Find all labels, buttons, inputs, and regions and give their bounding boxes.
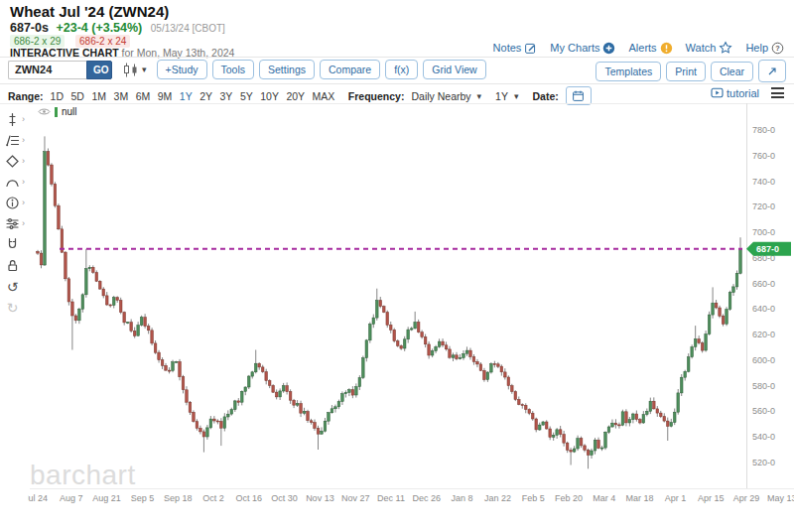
candle	[628, 417, 631, 427]
candle	[486, 371, 489, 382]
alerts-link[interactable]: Alerts	[628, 42, 672, 55]
candle	[514, 390, 517, 401]
candle	[289, 389, 292, 404]
candle	[653, 397, 656, 409]
candle	[202, 430, 205, 453]
candle	[396, 339, 399, 347]
frequency-label: Frequency:	[348, 90, 405, 102]
candle	[500, 364, 503, 375]
toolbar-button-print[interactable]: Print	[666, 62, 706, 81]
range-option-3y[interactable]: 3Y	[220, 90, 233, 102]
range-option-5y[interactable]: 5Y	[240, 90, 253, 102]
candle	[673, 409, 676, 426]
last-price-tag: 687-0	[746, 242, 791, 256]
candle	[663, 413, 666, 422]
range-option-10y[interactable]: 10Y	[260, 90, 279, 102]
candle	[639, 418, 642, 424]
range-option-2y[interactable]: 2Y	[199, 90, 212, 102]
candle	[452, 352, 455, 361]
price-change: +23-4 (+3.54%)	[56, 21, 142, 35]
range-option-3m[interactable]: 3M	[114, 90, 129, 102]
candle	[573, 446, 576, 453]
candle	[193, 410, 196, 422]
candle	[165, 363, 168, 371]
x-axis-label: Dec 26	[413, 493, 442, 503]
candle	[719, 306, 722, 319]
tutorial-link[interactable]: tutorial	[711, 87, 759, 99]
x-axis-label: Oct 30	[271, 493, 298, 503]
candle	[286, 382, 289, 394]
candle	[521, 403, 524, 408]
candle	[507, 375, 510, 389]
range-option-9m[interactable]: 9M	[158, 90, 173, 102]
notes-link[interactable]: Notes	[493, 42, 538, 55]
quote-line: 687-0s +23-4 (+3.54%) 05/13/24 [CBOT]	[10, 21, 225, 35]
x-axis-label: Aug 21	[92, 493, 121, 503]
candle	[632, 413, 635, 424]
candle	[435, 345, 438, 353]
watch-link[interactable]: Watch	[686, 41, 733, 55]
expand-chart-button[interactable]	[758, 60, 786, 82]
candle	[424, 334, 427, 348]
candle	[247, 375, 250, 389]
range-option-1y[interactable]: 1Y	[180, 90, 193, 102]
go-button[interactable]: GO	[86, 61, 112, 79]
toolbar-button-settings[interactable]: Settings	[259, 60, 315, 79]
period-select[interactable]: 1Y ▾	[495, 90, 518, 102]
divider	[0, 57, 794, 58]
symbol-input[interactable]	[8, 61, 86, 79]
menu-icon[interactable]	[769, 85, 786, 100]
candle	[230, 408, 233, 416]
candle	[268, 379, 271, 388]
series-color-swatch	[55, 107, 58, 117]
candle	[705, 331, 708, 351]
candle	[137, 322, 140, 336]
range-option-5d[interactable]: 5D	[71, 90, 84, 102]
toolbar-button-study[interactable]: +Study	[157, 60, 207, 79]
candle	[71, 299, 74, 350]
chart-type-selector[interactable]: ▾	[121, 63, 147, 77]
candle	[300, 401, 303, 417]
candle	[428, 341, 431, 359]
toolbar-button-compare[interactable]: Compare	[320, 60, 380, 79]
candle	[449, 346, 452, 359]
range-option-1d[interactable]: 1D	[51, 90, 64, 102]
frequency-select[interactable]: Daily Nearby ▾	[411, 90, 481, 102]
toolbar-button-f-x[interactable]: f(x)	[385, 60, 418, 79]
candle	[321, 427, 324, 435]
y-axis-label: 520-0	[752, 458, 775, 467]
eye-icon[interactable]	[38, 107, 51, 116]
range-option-max[interactable]: MAX	[313, 90, 335, 102]
candle	[646, 409, 649, 417]
candle	[85, 249, 88, 298]
candle	[414, 312, 417, 330]
candle	[584, 444, 587, 452]
range-option-1m[interactable]: 1M	[91, 90, 106, 102]
calendar-icon	[572, 89, 585, 102]
candle	[591, 449, 594, 459]
my-charts-link[interactable]: My Charts	[550, 42, 615, 55]
help-link[interactable]: Help ?	[745, 42, 784, 55]
candle	[463, 350, 465, 360]
candle	[552, 433, 555, 441]
candle	[362, 356, 365, 380]
x-axis-label: Sep 18	[164, 493, 193, 503]
candle	[234, 400, 237, 412]
x-axis-label: Aug 7	[60, 493, 83, 503]
candle	[244, 386, 247, 395]
toolbar-button-tools[interactable]: Tools	[212, 60, 255, 79]
bid-ask-line: 686-2 x 29 686-2 x 24	[10, 36, 130, 47]
toolbar-button-clear[interactable]: Clear	[711, 62, 753, 81]
toolbar-button-grid-view[interactable]: Grid View	[423, 60, 485, 79]
candle	[403, 336, 406, 351]
y-axis-label: 620-0	[752, 330, 775, 339]
candle	[580, 437, 583, 449]
candle	[698, 335, 701, 344]
y-axis-label: 740-0	[752, 177, 775, 187]
range-option-6m[interactable]: 6M	[136, 90, 151, 102]
range-option-20y[interactable]: 20Y	[286, 90, 305, 102]
divider	[0, 83, 794, 84]
candlestick-plot[interactable]: barchart780-0760-0740-0720-0700-0680-066…	[0, 103, 794, 532]
toolbar-button-templates[interactable]: Templates	[596, 62, 661, 81]
candle	[78, 308, 81, 324]
